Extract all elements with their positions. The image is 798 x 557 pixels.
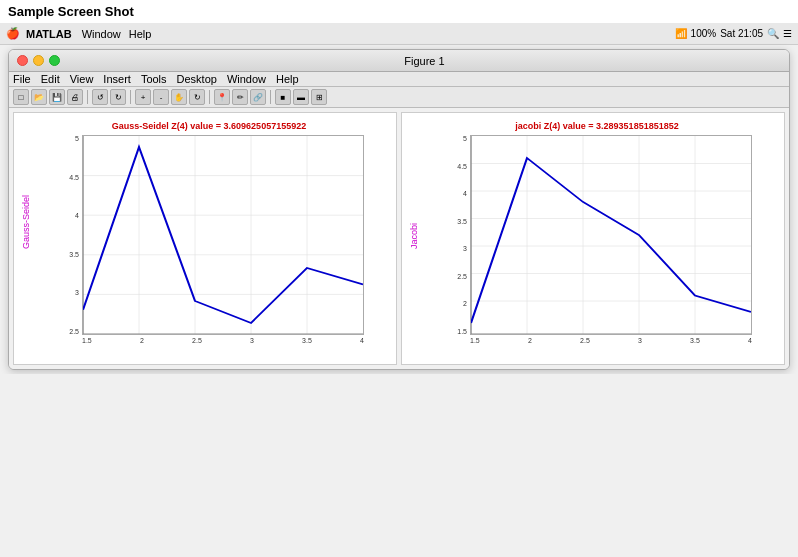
rotate-btn[interactable]: ↻: [189, 89, 205, 105]
pan-btn[interactable]: ✋: [171, 89, 187, 105]
datacursor-btn[interactable]: 📍: [214, 89, 230, 105]
title-text: Sample Screen Shot: [8, 4, 134, 19]
figure-title: Figure 1: [404, 55, 444, 67]
x-tick-15: 1.5: [82, 337, 92, 344]
edit-menu[interactable]: Edit: [41, 73, 60, 85]
jacobi-chart-area: 5 4.5 4 3.5 3 2.5 2 1.5: [442, 135, 752, 335]
save-btn[interactable]: 💾: [49, 89, 65, 105]
y-tick-3: 3: [75, 289, 79, 296]
clock: Sat 21:05: [720, 28, 763, 39]
y-tick-35: 3.5: [69, 251, 79, 258]
jacobi-y-axis: 5 4.5 4 3.5 3 2.5 2 1.5: [442, 135, 470, 335]
y-tick-25: 2.5: [69, 328, 79, 335]
battery-pct: 100%: [691, 28, 717, 39]
tools-menu[interactable]: Tools: [141, 73, 167, 85]
help-menu[interactable]: Help: [129, 28, 152, 40]
figure-toolbar: □ 📂 💾 🖨 ↺ ↻ + - ✋ ↻ 📍 ✏ 🔗 ■ ▬ ⊞: [9, 87, 789, 108]
matlab-window: Figure 1 File Edit View Insert Tools Des…: [8, 49, 790, 370]
close-button[interactable]: [17, 55, 28, 66]
gauss-seidel-plot: Gauss-Seidel Z(4) value = 3.609625057155…: [13, 112, 397, 365]
x-tick-3: 3: [250, 337, 254, 344]
sep1: [87, 90, 88, 104]
jacobi-svg: [470, 135, 752, 335]
maximize-button[interactable]: [49, 55, 60, 66]
x-tick-15: 1.5: [470, 337, 480, 344]
figure-menu-bar: File Edit View Insert Tools Desktop Wind…: [9, 72, 789, 87]
jacobi-title: jacobi Z(4) value = 3.289351851851852: [442, 121, 752, 131]
gauss-seidel-x-axis: 1.5 2 2.5 3 3.5 4: [54, 337, 364, 344]
y-tick-4: 4: [463, 190, 467, 197]
x-tick-4: 4: [360, 337, 364, 344]
gauss-seidel-chart-area: 5 4.5 4 3.5 3 2.5: [54, 135, 364, 335]
traffic-lights: [17, 55, 60, 66]
gauss-seidel-y-label: Gauss-Seidel: [21, 229, 31, 249]
help-submenu[interactable]: Help: [276, 73, 299, 85]
gauss-seidel-title: Gauss-Seidel Z(4) value = 3.609625057155…: [54, 121, 364, 131]
x-tick-3: 3: [638, 337, 642, 344]
window-menu[interactable]: Window: [82, 28, 121, 40]
y-tick-45: 4.5: [69, 174, 79, 181]
gauss-seidel-svg: [82, 135, 364, 335]
print-btn[interactable]: 🖨: [67, 89, 83, 105]
insert-subplot-btn[interactable]: ⊞: [311, 89, 327, 105]
page-title: Sample Screen Shot: [0, 0, 798, 23]
gauss-seidel-y-axis: 5 4.5 4 3.5 3 2.5: [54, 135, 82, 335]
insert-colorbar-btn[interactable]: ■: [275, 89, 291, 105]
mac-title-bar: Figure 1: [9, 50, 789, 72]
x-tick-2: 2: [528, 337, 532, 344]
x-tick-25: 2.5: [580, 337, 590, 344]
window-submenu[interactable]: Window: [227, 73, 266, 85]
mac-top-bar: 🍎 MATLAB Window Help 📶 100% Sat 21:05 🔍 …: [0, 23, 798, 45]
minimize-button[interactable]: [33, 55, 44, 66]
x-tick-25: 2.5: [192, 337, 202, 344]
sep3: [209, 90, 210, 104]
jacobi-x-axis: 1.5 2 2.5 3 3.5 4: [442, 337, 752, 344]
x-tick-4: 4: [748, 337, 752, 344]
control-icon[interactable]: ☰: [783, 28, 792, 39]
x-tick-35: 3.5: [690, 337, 700, 344]
plots-container: Gauss-Seidel Z(4) value = 3.609625057155…: [9, 108, 789, 369]
view-menu[interactable]: View: [70, 73, 94, 85]
y-tick-45: 4.5: [457, 163, 467, 170]
status-area: 📶 100% Sat 21:05 🔍 ☰: [675, 28, 792, 39]
jacobi-plot: jacobi Z(4) value = 3.289351851851852 Ja…: [401, 112, 785, 365]
brush-btn[interactable]: ✏: [232, 89, 248, 105]
new-btn[interactable]: □: [13, 89, 29, 105]
link-btn[interactable]: 🔗: [250, 89, 266, 105]
matlab-app-name: MATLAB: [26, 28, 72, 40]
x-tick-2: 2: [140, 337, 144, 344]
zoom-out-btn[interactable]: -: [153, 89, 169, 105]
y-tick-2: 2: [463, 300, 467, 307]
y-tick-3: 3: [463, 245, 467, 252]
y-tick-15: 1.5: [457, 328, 467, 335]
apple-icon: 🍎: [6, 27, 20, 40]
insert-legend-btn[interactable]: ▬: [293, 89, 309, 105]
desktop-menu[interactable]: Desktop: [177, 73, 217, 85]
x-tick-35: 3.5: [302, 337, 312, 344]
redo-btn[interactable]: ↻: [110, 89, 126, 105]
y-tick-4: 4: [75, 212, 79, 219]
y-tick-5: 5: [75, 135, 79, 142]
sep2: [130, 90, 131, 104]
search-icon[interactable]: 🔍: [767, 28, 779, 39]
zoom-in-btn[interactable]: +: [135, 89, 151, 105]
y-tick-35: 3.5: [457, 218, 467, 225]
jacobi-y-label: Jacobi: [409, 229, 419, 249]
sep4: [270, 90, 271, 104]
y-tick-25: 2.5: [457, 273, 467, 280]
undo-btn[interactable]: ↺: [92, 89, 108, 105]
insert-menu[interactable]: Insert: [103, 73, 131, 85]
open-btn[interactable]: 📂: [31, 89, 47, 105]
y-tick-5: 5: [463, 135, 467, 142]
wifi-icon: 📶: [675, 28, 687, 39]
file-menu[interactable]: File: [13, 73, 31, 85]
